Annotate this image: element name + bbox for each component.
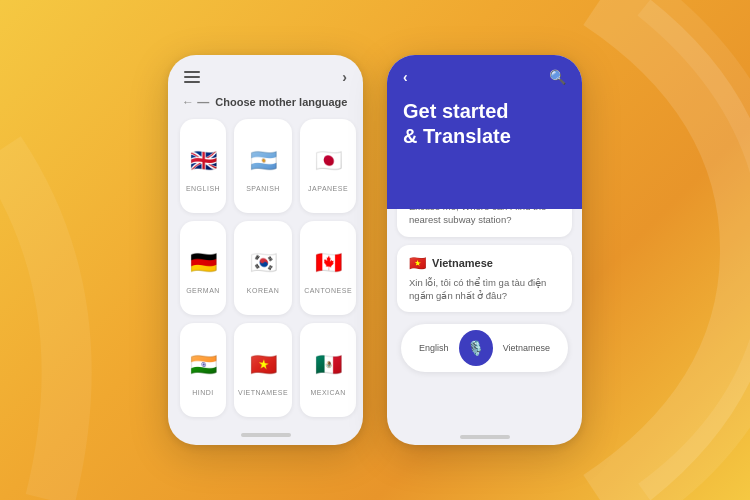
lang-item-japanese[interactable]: 🇯🇵JAPANESE: [300, 119, 356, 213]
lang-label-german: GERMAN: [186, 287, 220, 294]
back-chevron-icon[interactable]: ‹: [403, 69, 408, 85]
phone2-home-bar: [387, 429, 582, 445]
flag-icon-japanese: 🇯🇵: [309, 142, 347, 180]
lang-item-spanish[interactable]: 🇦🇷SPANISH: [234, 119, 292, 213]
target-flag-icon: 🇻🇳: [409, 255, 426, 271]
flag-icon-hindi: 🇮🇳: [184, 346, 222, 384]
hamburger-icon[interactable]: [184, 71, 200, 83]
lang-label-hindi: HINDI: [192, 389, 214, 396]
phone1-language-chooser: › ← — Choose mother language 🇬🇧ENGLISH🇦🇷…: [168, 55, 363, 445]
target-lang-row: 🇻🇳 Vietnamese: [409, 255, 560, 271]
back-arrow-icon[interactable]: ← —: [182, 95, 209, 109]
lang-label-vietnamese: VIETNAMESE: [238, 389, 288, 396]
flag-icon-cantonese: 🇨🇦: [309, 244, 347, 282]
chevron-right-icon[interactable]: ›: [342, 69, 347, 85]
lang-item-english[interactable]: 🇬🇧ENGLISH: [180, 119, 226, 213]
flag-icon-spanish: 🇦🇷: [244, 142, 282, 180]
flag-icon-mexican: 🇲🇽: [309, 346, 347, 384]
bottom-vietnamese-button[interactable]: Vietnamese: [493, 339, 560, 357]
translate-bottom-bar: English 🎙️ Vietnamese: [401, 324, 568, 372]
lang-label-english: ENGLISH: [186, 185, 220, 192]
mic-icon: 🎙️: [467, 340, 484, 356]
bottom-english-button[interactable]: English: [409, 339, 459, 357]
phone1-header: ›: [168, 55, 363, 91]
lang-label-cantonese: CANTONESE: [304, 287, 352, 294]
flag-icon-korean: 🇰🇷: [244, 244, 282, 282]
home-indicator: [241, 433, 291, 437]
home-indicator-2: [460, 435, 510, 439]
phone2-nav: ‹ 🔍: [403, 69, 566, 85]
phone1-title: ← — Choose mother language: [168, 91, 363, 119]
target-lang-label: Vietnamese: [432, 257, 493, 269]
language-grid: 🇬🇧ENGLISH🇦🇷SPANISH🇯🇵JAPANESE🇩🇪GERMAN🇰🇷KO…: [168, 119, 363, 425]
lang-item-mexican[interactable]: 🇲🇽MEXICAN: [300, 323, 356, 417]
phone1-bottom-bar: [168, 425, 363, 445]
lang-item-german[interactable]: 🇩🇪GERMAN: [180, 221, 226, 315]
choose-language-heading: Choose mother language: [215, 96, 347, 108]
phone2-translator: ‹ 🔍 Get started& Translate 🇬🇧 English Ex…: [387, 55, 582, 445]
lang-item-korean[interactable]: 🇰🇷KOREAN: [234, 221, 292, 315]
lang-label-mexican: MEXICAN: [310, 389, 345, 396]
flag-icon-english: 🇬🇧: [184, 142, 222, 180]
lang-label-korean: KOREAN: [247, 287, 280, 294]
lang-label-japanese: JAPANESE: [308, 185, 348, 192]
search-icon[interactable]: 🔍: [549, 69, 566, 85]
target-card: 🇻🇳 Vietnamese Xin lỗi, tôi có thể tìm ga…: [397, 245, 572, 313]
lang-label-spanish: SPANISH: [246, 185, 280, 192]
flag-icon-german: 🇩🇪: [184, 244, 222, 282]
mic-button[interactable]: 🎙️: [459, 330, 493, 366]
phone2-header: ‹ 🔍 Get started& Translate: [387, 55, 582, 209]
phones-container: › ← — Choose mother language 🇬🇧ENGLISH🇦🇷…: [168, 55, 582, 445]
flag-icon-vietnamese: 🇻🇳: [244, 346, 282, 384]
lang-item-vietnamese[interactable]: 🇻🇳VIETNAMESE: [234, 323, 292, 417]
lang-item-cantonese[interactable]: 🇨🇦CANTONESE: [300, 221, 356, 315]
translate-screen-title: Get started& Translate: [403, 99, 566, 149]
lang-item-hindi[interactable]: 🇮🇳HINDI: [180, 323, 226, 417]
target-text: Xin lỗi, tôi có thể tìm ga tàu điện ngầm…: [409, 276, 560, 303]
